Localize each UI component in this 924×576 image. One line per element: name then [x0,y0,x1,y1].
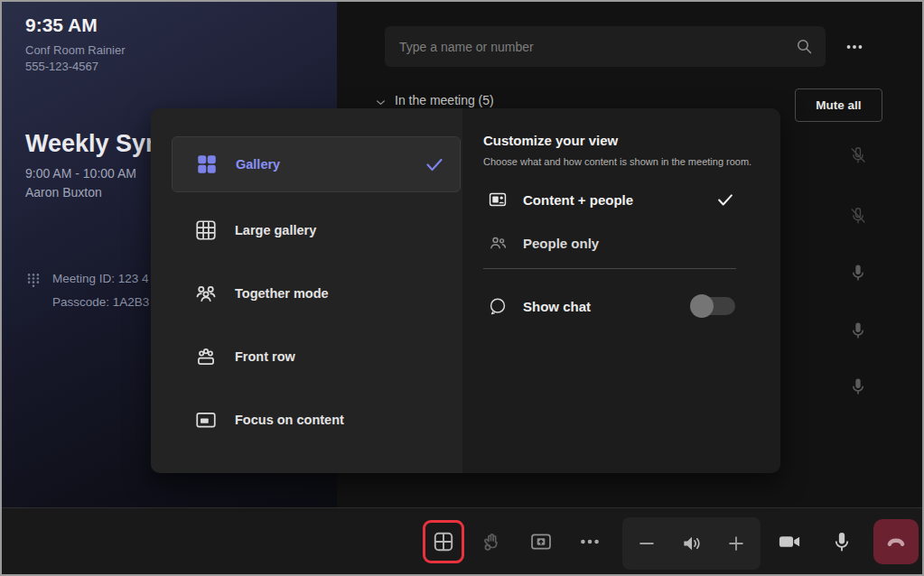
view-options-list: Content + people People only [483,180,742,263]
participant-row [848,145,868,165]
toggle-knob [690,294,714,318]
meeting-time-range: 9:00 AM - 10:00 AM [25,166,136,181]
more-button[interactable] [569,520,611,563]
menu-item-together-mode[interactable]: Together mode [172,268,461,319]
camera-button[interactable] [769,520,810,563]
show-chat-row: Show chat [483,286,742,326]
customize-view-panel: Customize your view Choose what and how … [462,108,780,473]
plus-icon [726,534,746,553]
volume-control-group [622,517,761,570]
meeting-passcode: Passcode: 1A2B3 [52,295,149,309]
check-icon [424,153,445,175]
show-chat-label: Show chat [523,299,591,314]
layout-button[interactable] [423,520,464,563]
large-gallery-icon [194,218,218,242]
people-only-icon [488,233,508,253]
grid-layout-icon [432,530,455,553]
organizer-name: Aaron Buxton [25,185,102,200]
mic-button[interactable] [821,520,863,563]
layout-menu-list: Gallery Large gallery Together mode Fron… [172,136,461,445]
toolbar-right-group [769,518,919,565]
volume-down-button[interactable] [627,522,667,565]
menu-item-gallery[interactable]: Gallery [172,136,461,192]
customize-title: Customize your view [483,133,618,148]
phone-hangup-icon [884,530,908,553]
hangup-button[interactable] [873,519,919,564]
customize-subtitle: Choose what and how content is shown in … [483,156,751,167]
participant-row [848,376,868,396]
share-button[interactable] [520,520,562,563]
divider [483,268,736,269]
together-mode-icon [194,282,218,305]
chat-icon [488,296,508,316]
front-row-icon [194,345,218,368]
call-toolbar [2,507,922,574]
gallery-grid-icon [195,153,219,176]
layout-popup: Gallery Large gallery Together mode Fron… [151,108,780,473]
mic-icon [848,321,868,340]
mic-icon [848,376,868,396]
speaker-button[interactable] [672,522,712,565]
camera-icon [777,529,802,554]
view-option-people-only[interactable]: People only [483,223,742,263]
meeting-id: Meeting ID: 123 4 [52,272,149,285]
menu-item-focus-on-content[interactable]: Focus on content [172,395,461,445]
volume-up-button[interactable] [716,522,756,565]
mic-icon [830,530,854,553]
participant-row [848,263,868,283]
content-people-icon [488,190,508,209]
layout-menu: Gallery Large gallery Together mode Fron… [151,108,462,473]
check-icon [715,190,735,209]
mic-icon [848,263,868,283]
room-name: Conf Room Rainier [25,43,126,57]
speaker-icon [680,532,704,555]
focus-content-icon [194,408,218,432]
menu-item-front-row[interactable]: Front row [172,331,461,382]
raise-hand-button[interactable] [471,520,513,563]
dialpad-icon [25,272,42,288]
menu-item-large-gallery[interactable]: Large gallery [172,205,461,255]
participant-row [848,321,868,340]
raise-hand-icon [481,530,504,553]
clock-time: 9:35 AM [25,14,98,36]
share-screen-icon [529,530,553,553]
participant-row [848,206,868,226]
view-option-content-people[interactable]: Content + people [483,180,742,219]
show-chat-toggle[interactable] [692,297,735,315]
room-phone-number: 555-123-4567 [25,60,98,73]
ellipsis-icon [578,530,602,553]
mic-muted-icon [848,206,868,226]
mic-muted-icon [848,145,868,165]
minus-icon [637,534,657,553]
toolbar-left-group [423,520,611,563]
teams-room-console: 9:35 AM Conf Room Rainier 555-123-4567 W… [0,0,924,576]
